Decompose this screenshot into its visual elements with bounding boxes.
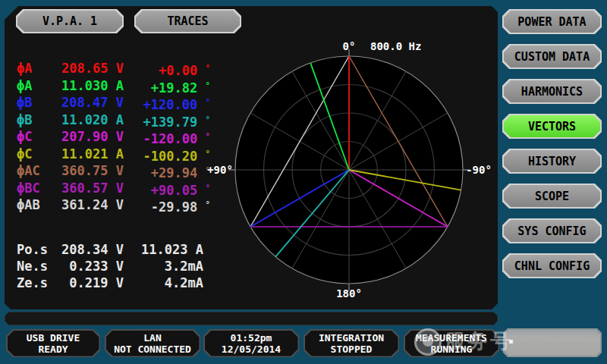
- phasor-angle: +139.79 °: [124, 111, 210, 129]
- sequence-current: 11.023 A: [124, 241, 203, 258]
- sequence-current: 4.2mA: [124, 275, 203, 291]
- phasor-label: ϕA: [17, 77, 59, 95]
- phasor-angle: +19.82 °: [124, 77, 210, 95]
- nav-button-label: CHNL CONFIG: [504, 255, 600, 277]
- phasor-label: ϕC: [17, 128, 59, 146]
- phasor-value: 208.47 V: [59, 94, 124, 111]
- phasor-row: ϕBC360.57 V+90.05 °: [0, 180, 228, 197]
- phasor-readings-table: ϕA208.65 V+0.00 °ϕA11.030 A+19.82 °ϕB208…: [0, 60, 228, 214]
- sequence-current: 3.2mA: [124, 258, 203, 275]
- traces-button-label: TRACES: [136, 11, 240, 32]
- phasor-angle: +0.00 °: [124, 60, 210, 77]
- phasor-row: ϕC207.90 V-120.00 °: [0, 128, 228, 146]
- status-line2: STOPPED: [331, 344, 373, 355]
- status-button-usb-drive[interactable]: USB DRIVEREADY: [6, 329, 100, 357]
- phasor-value: 11.030 A: [59, 77, 124, 95]
- sequence-label: Ne.s: [17, 258, 59, 275]
- phasor-angle: +90.05 °: [124, 180, 210, 197]
- phasor-angle: +29.94 °: [124, 162, 210, 180]
- phasor-row: ϕB11.020 A+139.79 °: [0, 111, 228, 129]
- sequence-readings-table: Po.s208.34 V11.023 ANe.s0.233 V3.2mAZe.s…: [0, 241, 228, 291]
- status-line1: USB DRIVE: [27, 332, 80, 344]
- phasor-angle: -29.98 °: [124, 196, 210, 214]
- status-line2: RUNNING: [431, 344, 473, 355]
- status-button-measurements[interactable]: MEASUREMENTSRUNNING: [404, 329, 499, 357]
- message-strip: [5, 312, 498, 325]
- nav-button-vectors[interactable]: VECTORS: [502, 114, 602, 139]
- axis-label-minus90: -90°: [466, 164, 492, 176]
- sequence-voltage: 0.219 V: [59, 275, 124, 291]
- phasor-row: ϕAC360.75 V+29.94 °: [0, 162, 228, 180]
- status-button-01-52pm[interactable]: 01:52pm12/05/2014: [203, 329, 299, 357]
- phasor-row: ϕC11.021 A-100.20 °: [0, 146, 228, 163]
- sequence-voltage: 208.34 V: [59, 241, 124, 258]
- sequence-row: Ne.s0.233 V3.2mA: [0, 258, 228, 275]
- status-line1: LAN: [143, 332, 161, 344]
- phasor-label: ϕC: [17, 146, 59, 163]
- status-line1: INTEGRATION: [319, 332, 384, 344]
- frequency-label: 800.0 Hz: [370, 40, 421, 52]
- phasor-label: ϕAC: [17, 162, 59, 180]
- axis-label-180: 180°: [336, 287, 362, 300]
- sequence-row: Ze.s0.219 V4.2mA: [0, 275, 228, 291]
- nav-button-label: POWER DATA: [504, 11, 600, 33]
- softkey-dot: [509, 340, 513, 344]
- blank-softkey-button[interactable]: [503, 328, 602, 357]
- phasor-row: ϕA208.65 V+0.00 °: [0, 60, 228, 77]
- phasor-angle: +120.00 °: [124, 94, 210, 111]
- phasor-angle: -100.20 °: [124, 146, 210, 163]
- nav-button-label: VECTORS: [504, 115, 600, 137]
- vpa-1-button-label: V.P.A. 1: [17, 11, 122, 32]
- nav-button-label: CUSTOM DATA: [504, 46, 600, 67]
- status-button-lan[interactable]: LANNOT CONNECTED: [105, 329, 200, 357]
- nav-button-label: HISTORY: [504, 150, 600, 172]
- status-button-integration[interactable]: INTEGRATIONSTOPPED: [304, 329, 399, 357]
- nav-button-label: SYS CONFIG: [504, 220, 600, 242]
- axis-label-plus90: +90°: [207, 164, 233, 176]
- power-analyzer-screen: { "header": { "vpa_label": "V.P.A. 1", "…: [0, 0, 607, 364]
- nav-button-chnl-config[interactable]: CHNL CONFIG: [502, 253, 602, 278]
- phasor-value: 361.24 V: [59, 196, 124, 214]
- phasor-row: ϕA11.030 A+19.82 °: [0, 77, 228, 95]
- nav-button-label: SCOPE: [504, 185, 600, 207]
- vpa-1-button[interactable]: V.P.A. 1: [16, 9, 124, 33]
- phasor-angle: -120.00 °: [124, 128, 210, 146]
- phasor-label: ϕB: [17, 94, 59, 111]
- status-line1: 01:52pm: [231, 332, 272, 344]
- sequence-label: Ze.s: [17, 275, 59, 291]
- phasor-label: ϕA: [17, 60, 59, 77]
- status-line2: READY: [38, 344, 68, 355]
- nav-button-sys-config[interactable]: SYS CONFIG: [502, 218, 602, 243]
- phasor-value: 208.65 V: [59, 60, 124, 77]
- phasor-value: 360.75 V: [59, 162, 124, 180]
- phasor-value: 360.57 V: [59, 180, 124, 197]
- nav-button-history[interactable]: HISTORY: [502, 149, 602, 174]
- blank-softkey-face: [505, 330, 600, 356]
- status-line2: NOT CONNECTED: [114, 344, 191, 355]
- nav-button-harmonics[interactable]: HARMONICS: [502, 79, 602, 104]
- sequence-row: Po.s208.34 V11.023 A: [0, 241, 228, 258]
- phasor-label: ϕB: [17, 111, 59, 129]
- nav-button-scope[interactable]: SCOPE: [502, 184, 602, 209]
- sequence-label: Po.s: [17, 241, 59, 258]
- phasor-label: ϕBC: [17, 180, 59, 197]
- phasor-row: ϕAB361.24 V-29.98 °: [0, 196, 228, 214]
- phasor-value: 207.90 V: [59, 128, 124, 146]
- nav-button-custom-data[interactable]: CUSTOM DATA: [502, 44, 602, 69]
- phasor-value: 11.021 A: [59, 146, 124, 163]
- phasor-row: ϕB208.47 V+120.00 °: [0, 94, 228, 111]
- nav-button-power-data[interactable]: POWER DATA: [502, 9, 602, 34]
- axis-label-0: 0°: [343, 40, 356, 52]
- vector-polar-chart: 0°800.0 Hz+90°-90°180°: [203, 30, 501, 312]
- status-line1: MEASUREMENTS: [416, 332, 487, 344]
- sequence-voltage: 0.233 V: [59, 258, 124, 275]
- phasor-label: ϕAB: [17, 196, 59, 214]
- phasor-value: 11.020 A: [59, 111, 124, 129]
- status-line2: 12/05/2014: [222, 344, 281, 355]
- nav-button-label: HARMONICS: [504, 80, 600, 102]
